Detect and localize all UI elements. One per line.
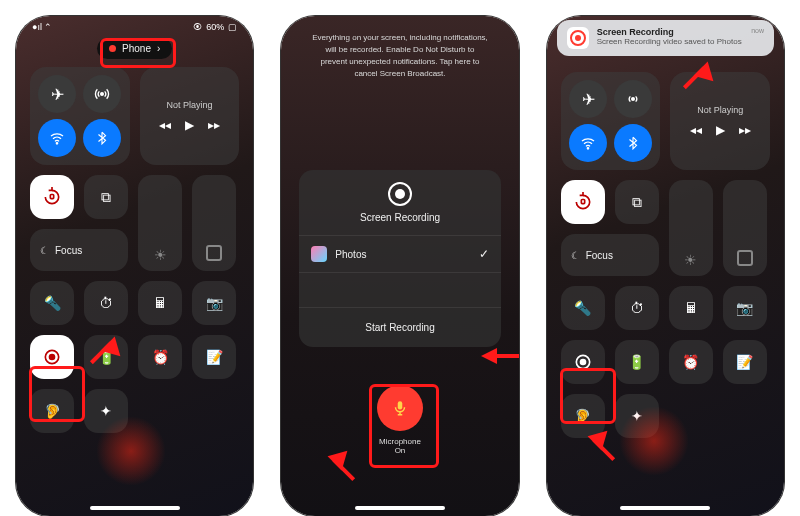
moon-icon: ☾ [40,245,49,256]
screenshot-step-3: Screen Recording Screen Recording video … [547,16,784,516]
arrow-to-mic [328,444,355,471]
option-label: Photos [335,249,366,260]
play-icon[interactable]: ▶ [185,118,194,132]
media-panel[interactable]: Not Playing ◂◂ ▶ ▸▸ [140,67,240,165]
notification-title: Screen Recording [597,27,742,37]
recording-indicator-dot [109,45,116,52]
calculator-button[interactable]: 🖩 [138,281,182,325]
notification-app-icon [567,27,589,49]
broadcast-instructions[interactable]: Everything on your screen, including not… [281,16,518,80]
svg-point-0 [101,93,104,96]
alarm-button[interactable]: ⏰ [138,335,182,379]
start-recording-button[interactable]: Start Recording [299,308,500,347]
svg-point-7 [587,148,588,149]
calculator-button[interactable]: 🖩 [669,286,713,330]
screenshot-step-1: ●ıl ⌃ ⦿60%▢ Phone › ✈ Not Playing ◂◂ ▶ ▸… [16,16,253,516]
screen-record-button[interactable] [561,340,605,384]
bluetooth-toggle[interactable] [614,124,652,162]
orientation-lock-button[interactable] [561,180,605,224]
notes-button[interactable]: 📝 [723,340,767,384]
wifi-toggle[interactable] [38,119,76,157]
status-pill-phone[interactable]: Phone › [97,38,172,59]
airplane-mode-toggle[interactable]: ✈ [569,80,607,118]
notification-time: now [751,27,764,34]
media-title: Not Playing [166,100,212,110]
home-indicator[interactable] [620,506,710,510]
battery-label: 60% [206,22,224,32]
signal-icon: ●ıl ⌃ [32,22,52,32]
microphone-icon [391,399,409,417]
photos-app-icon [311,246,327,262]
flashlight-button[interactable]: 🔦 [561,286,605,330]
status-bar: ●ıl ⌃ ⦿60%▢ [16,16,253,34]
focus-button[interactable]: ☾Focus [30,229,128,271]
svg-point-6 [632,98,635,101]
camera-button[interactable]: 📷 [723,286,767,330]
chevron-right-icon: › [157,43,160,54]
focus-button[interactable]: ☾Focus [561,234,659,276]
check-icon: ✓ [479,247,489,261]
screen-record-button[interactable] [30,335,74,379]
orientation-lock-button[interactable] [30,175,74,219]
home-indicator[interactable] [90,506,180,510]
svg-point-4 [49,354,56,361]
hearing-button[interactable]: 🦻 [30,389,74,433]
shazam-button[interactable]: ✦ [615,394,659,438]
volume-slider[interactable] [723,180,767,276]
camera-button[interactable]: 📷 [192,281,236,325]
forward-icon[interactable]: ▸▸ [739,123,751,137]
screen-recording-notification[interactable]: Screen Recording Screen Recording video … [557,20,774,56]
destination-option-photos[interactable]: Photos ✓ [299,236,500,273]
connectivity-panel[interactable]: ✈ [30,67,130,165]
shazam-button[interactable]: ✦ [84,389,128,433]
home-indicator[interactable] [355,506,445,510]
low-power-button[interactable]: 🔋 [615,340,659,384]
rewind-icon[interactable]: ◂◂ [690,123,702,137]
control-center: ✈ Not Playing ◂◂ ▶ ▸▸ ⧉ ☾Focus [16,59,253,441]
airplane-mode-toggle[interactable]: ✈ [38,75,76,113]
screenshot-step-2: Everything on your screen, including not… [281,16,518,516]
cellular-toggle[interactable] [83,75,121,113]
screen-mirroring-button[interactable]: ⧉ [615,180,659,224]
svg-rect-5 [398,401,403,409]
destination-option-empty[interactable] [299,273,500,308]
play-icon[interactable]: ▶ [716,123,725,137]
arrow-to-start [481,348,497,364]
forward-icon[interactable]: ▸▸ [208,118,220,132]
cellular-toggle[interactable] [614,80,652,118]
svg-point-10 [579,359,586,366]
svg-rect-8 [581,200,584,204]
volume-slider[interactable] [192,175,236,271]
notification-body: Screen Recording video saved to Photos [597,37,742,46]
record-icon [388,182,412,206]
brightness-slider[interactable] [138,175,182,271]
connectivity-panel[interactable]: ✈ [561,72,661,170]
svg-point-1 [57,143,58,144]
svg-rect-2 [50,195,53,199]
screen-recording-card: Screen Recording Photos ✓ Start Recordin… [299,170,500,347]
flashlight-button[interactable]: 🔦 [30,281,74,325]
moon-icon: ☾ [571,250,580,261]
screen-mirroring-button[interactable]: ⧉ [84,175,128,219]
timer-button[interactable]: ⏱ [615,286,659,330]
pill-label: Phone [122,43,151,54]
rewind-icon[interactable]: ◂◂ [159,118,171,132]
bluetooth-toggle[interactable] [83,119,121,157]
media-title: Not Playing [697,105,743,115]
notes-button[interactable]: 📝 [192,335,236,379]
wifi-toggle[interactable] [569,124,607,162]
timer-button[interactable]: ⏱ [84,281,128,325]
alarm-button[interactable]: ⏰ [669,340,713,384]
microphone-label: Microphone On [379,437,421,456]
microphone-toggle[interactable] [377,385,423,431]
brightness-slider[interactable] [669,180,713,276]
control-center: ✈ Not Playing ◂◂ ▶ ▸▸ ⧉ ☾Focus [547,56,784,446]
card-title: Screen Recording [360,212,440,223]
